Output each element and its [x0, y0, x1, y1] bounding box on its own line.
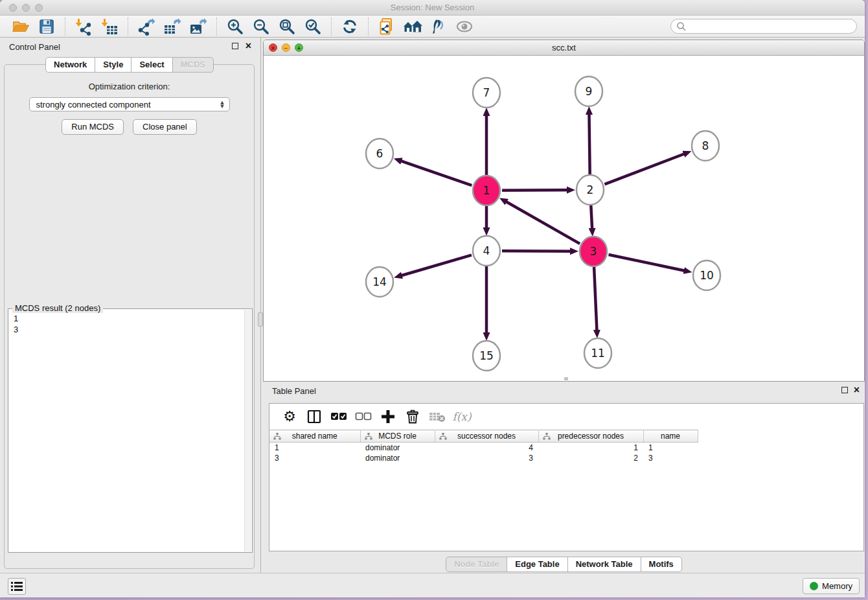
network-window-title: scc.txt — [264, 43, 864, 52]
zoom-out-icon[interactable] — [251, 17, 271, 36]
delete-table-icon[interactable] — [429, 408, 446, 425]
main-toolbar — [0, 16, 865, 38]
split-columns-icon[interactable] — [306, 408, 323, 425]
tab-node-table[interactable]: Node Table — [446, 557, 507, 572]
graph-edge-2-9[interactable] — [589, 114, 589, 174]
add-icon[interactable] — [380, 408, 396, 425]
toolbar-separator — [65, 17, 65, 36]
search-input[interactable] — [690, 22, 851, 31]
graph-node-label: 2 — [587, 183, 594, 196]
houses-icon[interactable] — [403, 17, 422, 36]
task-history-button[interactable] — [8, 578, 26, 595]
import-network-icon[interactable] — [74, 17, 93, 36]
tab-edge-table[interactable]: Edge Table — [507, 557, 567, 572]
column-header-successor-nodes[interactable]: successor nodes — [435, 430, 538, 443]
resize-grip[interactable] — [564, 377, 568, 380]
control-panel: Control Panel × Network Style Select MCD… — [0, 38, 259, 573]
save-session-icon[interactable] — [37, 17, 56, 36]
table-toolbar: ⚙ f(x) — [269, 404, 863, 430]
graph-edge-2-8[interactable] — [604, 154, 684, 184]
export-network-icon[interactable] — [137, 17, 156, 36]
search-icon — [676, 21, 687, 32]
graph-edge-1-6[interactable] — [401, 161, 472, 185]
control-panel-header: Control Panel × — [0, 38, 259, 56]
split-divider-handle[interactable] — [258, 312, 263, 327]
tab-style[interactable]: Style — [95, 57, 131, 73]
graph-node-label: 15 — [479, 349, 494, 362]
table-panel-header: Table Panel × — [263, 382, 865, 400]
tab-select[interactable]: Select — [131, 57, 172, 73]
table-tabs: Node Table Edge Table Network Table Moti… — [263, 557, 865, 572]
select-all-icon[interactable] — [330, 408, 347, 425]
graph-node-label: 6 — [376, 147, 383, 160]
close-panel-button[interactable]: Close panel — [133, 119, 197, 135]
zoom-fit-icon[interactable] — [277, 17, 297, 36]
zoom-selected-icon[interactable] — [303, 17, 323, 36]
column-header-name[interactable]: name — [643, 430, 698, 443]
tab-mcds[interactable]: MCDS — [172, 57, 214, 73]
graph-edge-4-3[interactable] — [502, 251, 571, 251]
tree-icon — [439, 433, 447, 440]
mcds-result-box: MCDS result (2 nodes) 1 3 — [8, 308, 253, 553]
run-mcds-button[interactable]: Run MCDS — [62, 119, 124, 135]
tree-icon — [365, 433, 372, 440]
trash-icon[interactable] — [404, 408, 421, 425]
float-panel-icon[interactable] — [841, 387, 848, 393]
table-panel: Table Panel × ⚙ — [263, 382, 865, 573]
zoom-in-icon[interactable] — [225, 17, 245, 36]
mcds-result-lines: 1 3 — [8, 312, 244, 552]
tree-icon — [543, 433, 551, 440]
graph-edge-3-11[interactable] — [594, 267, 597, 330]
search-box[interactable] — [670, 19, 857, 34]
node-table: shared name MCDS role successor nodes pr… — [269, 430, 698, 463]
column-header-mcds-role[interactable]: MCDS role — [360, 430, 435, 443]
graph-node-label: 10 — [700, 269, 714, 282]
export-image-icon[interactable] — [188, 17, 208, 36]
graph-edge-3-10[interactable] — [608, 255, 684, 271]
deselect-all-icon[interactable] — [355, 408, 372, 425]
toolbar-separator — [128, 17, 128, 36]
table-panel-title: Table Panel — [272, 386, 316, 396]
criterion-select[interactable]: strongly connected component ▲▼ — [29, 97, 230, 111]
close-panel-icon[interactable]: × — [246, 40, 251, 52]
memory-button[interactable]: Memory — [803, 578, 860, 594]
toolbar-separator — [331, 17, 332, 36]
network-canvas[interactable]: 7968124314101511 — [264, 56, 864, 381]
flag-icon[interactable] — [429, 17, 448, 36]
clone-network-icon[interactable] — [377, 17, 396, 36]
tab-network-table[interactable]: Network Table — [567, 557, 641, 572]
refresh-icon[interactable] — [340, 17, 360, 36]
function-icon[interactable]: f(x) — [453, 408, 470, 425]
select-spinner-icon: ▲▼ — [220, 100, 225, 108]
export-table-icon[interactable] — [163, 17, 182, 36]
float-panel-icon[interactable] — [232, 43, 238, 49]
window-title: Session: New Session — [0, 3, 865, 12]
graph-node-label: 8 — [702, 139, 709, 152]
graph-edge-3-1[interactable] — [506, 202, 580, 244]
graph-node-label: 11 — [591, 347, 605, 360]
graph-edge-4-14[interactable] — [402, 255, 472, 276]
column-header-shared-name[interactable]: shared name — [269, 430, 360, 443]
tab-motifs[interactable]: Motifs — [641, 557, 682, 572]
open-file-icon[interactable] — [11, 17, 30, 36]
network-window-titlebar: × − + scc.txt — [264, 40, 864, 56]
network-graph: 7968124314101511 — [264, 56, 864, 381]
mcds-tab-content: Optimization criterion: strongly connect… — [4, 64, 255, 569]
network-window: × − + scc.txt 7968124314101511 — [263, 40, 865, 382]
graph-node-label: 14 — [372, 275, 387, 288]
column-header-predecessor-nodes[interactable]: predecessor nodes — [538, 430, 643, 443]
table-row[interactable]: 1dominator 41 1 — [269, 443, 698, 453]
result-scrollbar[interactable] — [244, 310, 251, 551]
tab-network[interactable]: Network — [45, 57, 95, 73]
tree-icon — [273, 433, 281, 440]
graph-edge-1-2[interactable] — [502, 190, 567, 190]
optimization-criterion-label: Optimization criterion: — [5, 82, 254, 91]
graph-edge-2-3[interactable] — [591, 205, 592, 229]
list-icon — [11, 581, 23, 592]
close-panel-icon[interactable]: × — [854, 384, 860, 397]
gear-icon[interactable]: ⚙ — [281, 408, 298, 425]
eye-icon[interactable] — [455, 17, 474, 36]
table-row[interactable]: 3dominator 32 3 — [269, 453, 698, 463]
graph-node-label: 7 — [483, 86, 490, 99]
import-table-icon[interactable] — [100, 17, 119, 36]
